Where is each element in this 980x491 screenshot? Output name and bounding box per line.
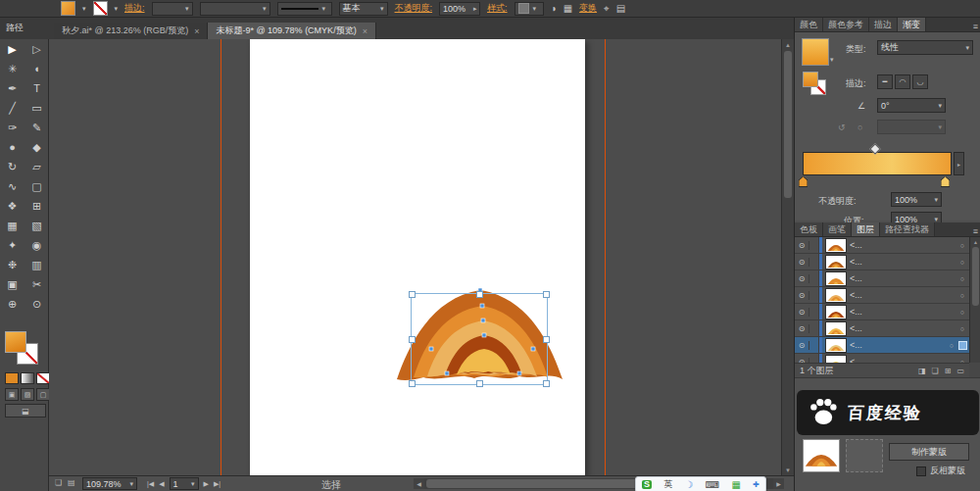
gradient-tool-icon[interactable]: ▧	[24, 216, 49, 235]
workspace-icon[interactable]: ▤	[616, 3, 625, 14]
panel-menu-icon[interactable]: ≡	[973, 226, 978, 236]
target-circle-icon[interactable]: ○	[960, 309, 964, 316]
layer-row[interactable]: ⊙ <... ○	[795, 304, 969, 320]
layer-thumbnail[interactable]	[825, 271, 847, 286]
stroke-gradient-across-icon[interactable]: ◡	[912, 74, 928, 89]
make-mask-button[interactable]: 制作蒙版	[889, 443, 969, 461]
layer-row[interactable]: ⊙ <... ○	[795, 254, 969, 270]
visibility-eye-icon[interactable]: ⊙	[795, 341, 809, 350]
tab-swatches[interactable]: 色板	[795, 222, 823, 236]
gradient-stop-right[interactable]	[941, 176, 950, 187]
tab-stroke[interactable]: 描边	[869, 18, 898, 31]
color-button[interactable]	[5, 372, 19, 384]
brush-definition-dropdown[interactable]: 基本▾	[339, 2, 388, 16]
draw-inside-icon[interactable]: ▢	[36, 388, 50, 401]
tab-layers[interactable]: 图层	[852, 222, 880, 236]
night-mode-icon[interactable]: ☽	[685, 480, 694, 490]
artboard-menu-icon[interactable]: ▤	[68, 478, 75, 487]
fill-proxy-swatch[interactable]	[5, 331, 26, 353]
close-icon[interactable]: ×	[194, 26, 199, 36]
sogou-logo-icon[interactable]: S	[642, 480, 652, 489]
scroll-up-icon[interactable]: ▲	[970, 237, 980, 246]
shape-builder-tool-icon[interactable]: ❖	[0, 196, 24, 216]
transform-link[interactable]: 变换	[579, 2, 597, 15]
soft-keyboard-icon[interactable]: ⌨	[706, 480, 719, 490]
free-transform-tool-icon[interactable]: ▢	[24, 176, 49, 196]
stroke-swatch[interactable]	[93, 1, 108, 16]
target-circle-icon[interactable]: ○	[960, 242, 964, 249]
stroke-gradient-within-icon[interactable]: ━	[877, 74, 893, 89]
panel-menu-icon[interactable]: ≡	[973, 22, 978, 31]
scroll-up-icon[interactable]: ▲	[782, 39, 794, 50]
visibility-eye-icon[interactable]: ⊙	[795, 241, 809, 250]
grid-align-icon[interactable]: ▦	[564, 3, 572, 14]
artboard-tool-icon[interactable]: ▣	[0, 274, 24, 294]
next-artboard-icon[interactable]: ▶	[204, 480, 209, 488]
stroke-weight-dropdown[interactable]: ▾	[152, 2, 193, 16]
variable-width-dropdown[interactable]: ▾	[200, 2, 270, 16]
column-graph-tool-icon[interactable]: ▥	[24, 255, 49, 274]
lock-cell[interactable]	[809, 270, 819, 286]
tab-color-guide[interactable]: 颜色参考	[823, 18, 869, 31]
canvas-fit-icon[interactable]: ❏	[55, 478, 62, 487]
layer-thumbnail[interactable]	[825, 255, 847, 270]
scroll-left-icon[interactable]: ◀	[414, 478, 424, 489]
layer-row-selected[interactable]: ⊙ <... ○	[795, 337, 969, 354]
first-artboard-icon[interactable]: |◀	[147, 480, 154, 488]
scale-tool-icon[interactable]: ▱	[24, 157, 49, 176]
layer-thumbnail[interactable]	[825, 238, 847, 253]
lock-cell[interactable]	[809, 287, 819, 303]
gradient-fill-swatch[interactable]	[802, 38, 829, 66]
line-tool-icon[interactable]: ╱	[0, 98, 24, 118]
pen-tool-icon[interactable]: ✒	[0, 78, 24, 98]
layer-row[interactable]: ⊙ <... ○	[795, 287, 969, 304]
tab-color[interactable]: 颜色	[795, 18, 823, 31]
visibility-eye-icon[interactable]: ⊙	[795, 258, 809, 267]
opacity-dropdown[interactable]: 100%▸	[439, 2, 480, 16]
lock-cell[interactable]	[809, 304, 819, 319]
magic-wand-tool-icon[interactable]: ✳	[0, 59, 24, 78]
artboard[interactable]	[250, 39, 585, 475]
delete-layer-icon[interactable]: ▭	[956, 367, 964, 375]
symbol-sprayer-tool-icon[interactable]: ❉	[0, 255, 24, 274]
layer-row[interactable]: ⊙ <... ○	[795, 270, 969, 287]
lock-cell[interactable]	[809, 320, 819, 336]
lock-cell[interactable]	[809, 254, 819, 270]
layer-thumbnail[interactable]	[825, 288, 847, 303]
handle-bottom-right[interactable]	[543, 380, 550, 387]
tab-brushes[interactable]: 画笔	[823, 222, 852, 236]
handle-bottom-center[interactable]	[476, 380, 483, 387]
checkbox-icon[interactable]	[916, 466, 926, 476]
invert-mask-checkbox-row[interactable]: 反相蒙版	[916, 465, 965, 477]
screen-mode-button[interactable]: ⬓	[5, 404, 46, 417]
blend-tool-icon[interactable]: ◉	[24, 235, 49, 255]
stroke-link[interactable]: 描边:	[124, 2, 145, 15]
fill-dropdown-icon[interactable]: ▾	[82, 5, 86, 12]
handle-mid-left[interactable]	[409, 336, 416, 343]
fill-stroke-indicator[interactable]	[5, 331, 44, 367]
make-clipping-mask-icon[interactable]: ◨	[918, 367, 926, 375]
vertical-scrollbar[interactable]: ▲ ▼	[781, 39, 794, 475]
gradient-swatch-dropdown-icon[interactable]: ▾	[830, 56, 834, 63]
draw-normal-icon[interactable]: ▣	[5, 388, 19, 401]
target-circle-icon[interactable]: ○	[960, 292, 964, 299]
canvas-area[interactable]: ▲ ▼	[49, 39, 794, 475]
pencil-tool-icon[interactable]: ✎	[24, 118, 49, 137]
tab-pathfinder[interactable]: 路径查找器	[880, 222, 935, 236]
lock-cell[interactable]	[809, 237, 819, 253]
layer-row[interactable]: ⊙ <... ○	[795, 320, 969, 337]
visibility-eye-icon[interactable]: ⊙	[795, 324, 809, 333]
document-tab-1[interactable]: 秋夕.ai* @ 213.26% (RGB/预览) ×	[54, 23, 208, 39]
none-button[interactable]	[36, 372, 50, 384]
last-artboard-icon[interactable]: ▶|	[214, 480, 220, 488]
gradient-fill-stroke-proxy[interactable]	[803, 72, 826, 95]
mesh-tool-icon[interactable]: ▦	[0, 216, 24, 235]
style-link[interactable]: 样式:	[487, 2, 508, 15]
selection-tool-icon[interactable]: ▶	[0, 39, 24, 59]
layers-scrollbar[interactable]: ▲	[969, 237, 980, 363]
type-tool-icon[interactable]: T	[24, 78, 49, 98]
stroke-gradient-along-icon[interactable]: ◠	[895, 74, 910, 89]
hand-tool-icon[interactable]: ⊕	[0, 294, 24, 314]
visibility-eye-icon[interactable]: ⊙	[795, 291, 809, 300]
visibility-eye-icon[interactable]: ⊙	[795, 274, 809, 283]
